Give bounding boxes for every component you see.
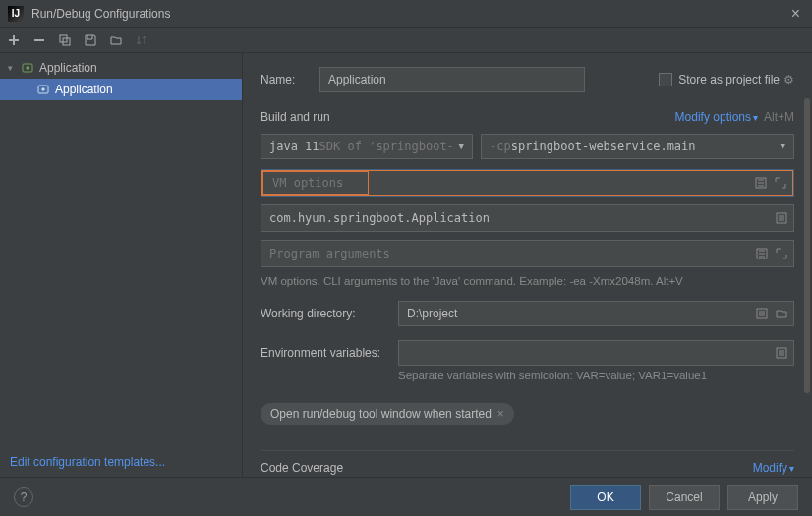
gear-icon[interactable]: ⚙ bbox=[783, 73, 794, 86]
chevron-down-icon: ▼ bbox=[781, 142, 785, 151]
sidebar: ▾ Application Application Edit configura… bbox=[0, 53, 243, 477]
open-tool-window-tag[interactable]: Open run/debug tool window when started … bbox=[261, 403, 514, 425]
main-class-input[interactable]: com.hyun.springboot.Application bbox=[261, 204, 794, 232]
list-icon[interactable] bbox=[774, 347, 789, 359]
sort-icon[interactable] bbox=[134, 32, 149, 48]
tree-group-label: Application bbox=[39, 61, 97, 75]
modify-options-shortcut: Alt+M bbox=[764, 110, 794, 124]
expand-icon[interactable] bbox=[753, 177, 769, 189]
chevron-down-icon: ▾ bbox=[789, 463, 794, 474]
dialog-title: Run/Debug Configurations bbox=[31, 7, 787, 21]
env-variables-input[interactable] bbox=[398, 340, 794, 366]
copy-icon[interactable] bbox=[57, 32, 73, 48]
jdk-dropdown[interactable]: java 11 SDK of 'springboot- ▼ bbox=[261, 134, 473, 159]
footer: ? OK Cancel Apply bbox=[0, 477, 812, 516]
vm-options-hint: VM options. CLI arguments to the 'Java' … bbox=[261, 275, 794, 287]
ok-button[interactable]: OK bbox=[570, 485, 641, 510]
toolbar bbox=[0, 28, 812, 53]
remove-tag-icon[interactable]: × bbox=[497, 407, 504, 421]
list-icon[interactable] bbox=[754, 308, 770, 319]
build-run-title: Build and run bbox=[261, 110, 675, 124]
name-input[interactable] bbox=[319, 67, 585, 92]
save-icon[interactable] bbox=[83, 32, 98, 48]
browse-folder-icon[interactable] bbox=[774, 308, 789, 319]
enlarge-icon[interactable] bbox=[774, 248, 789, 259]
env-variables-label: Environment variables: bbox=[261, 346, 398, 360]
list-icon[interactable] bbox=[774, 212, 789, 224]
add-icon[interactable] bbox=[6, 32, 22, 48]
apply-button[interactable]: Apply bbox=[727, 485, 798, 510]
code-coverage-title: Code Coverage bbox=[261, 461, 343, 475]
modify-options-link[interactable]: Modify options▾ bbox=[675, 110, 758, 124]
env-hint: Separate variables with semicolon: VAR=v… bbox=[398, 370, 794, 381]
titlebar: IJ Run/Debug Configurations × bbox=[0, 0, 812, 28]
enlarge-icon[interactable] bbox=[773, 177, 788, 189]
expand-icon[interactable] bbox=[754, 248, 770, 259]
config-tree: ▾ Application Application bbox=[0, 53, 242, 447]
chevron-down-icon: ▾ bbox=[8, 63, 20, 73]
close-icon[interactable]: × bbox=[787, 5, 804, 23]
working-directory-label: Working directory: bbox=[261, 307, 398, 320]
help-button[interactable]: ? bbox=[14, 487, 33, 507]
store-project-file-checkbox[interactable] bbox=[659, 73, 672, 86]
scrollbar[interactable] bbox=[804, 98, 810, 393]
remove-icon[interactable] bbox=[31, 32, 47, 48]
cancel-button[interactable]: Cancel bbox=[649, 485, 720, 510]
code-coverage-modify-link[interactable]: Modify▾ bbox=[753, 461, 794, 475]
content-panel: Name: Store as project file ⚙ Build and … bbox=[243, 53, 812, 477]
program-arguments-input[interactable]: Program arguments bbox=[261, 240, 794, 267]
store-project-file-label: Store as project file bbox=[678, 73, 780, 86]
application-item-icon bbox=[35, 82, 51, 97]
svg-rect-0 bbox=[34, 39, 44, 41]
application-group-icon bbox=[20, 60, 35, 76]
classpath-dropdown[interactable]: -cp springboot-webservice.main ▼ bbox=[481, 134, 794, 159]
tree-group-application[interactable]: ▾ Application bbox=[0, 57, 242, 79]
tree-item-application[interactable]: Application bbox=[0, 79, 242, 100]
edit-templates-link[interactable]: Edit configuration templates... bbox=[0, 447, 242, 477]
chevron-down-icon: ▾ bbox=[753, 112, 758, 123]
vm-options-input[interactable]: VM options bbox=[261, 169, 794, 197]
working-directory-input[interactable]: D:\project bbox=[398, 301, 794, 326]
name-label: Name: bbox=[261, 73, 310, 86]
folder-icon[interactable] bbox=[108, 32, 124, 48]
intellij-icon: IJ bbox=[8, 6, 24, 22]
tree-item-label: Application bbox=[55, 83, 113, 96]
chevron-down-icon: ▼ bbox=[459, 142, 464, 151]
